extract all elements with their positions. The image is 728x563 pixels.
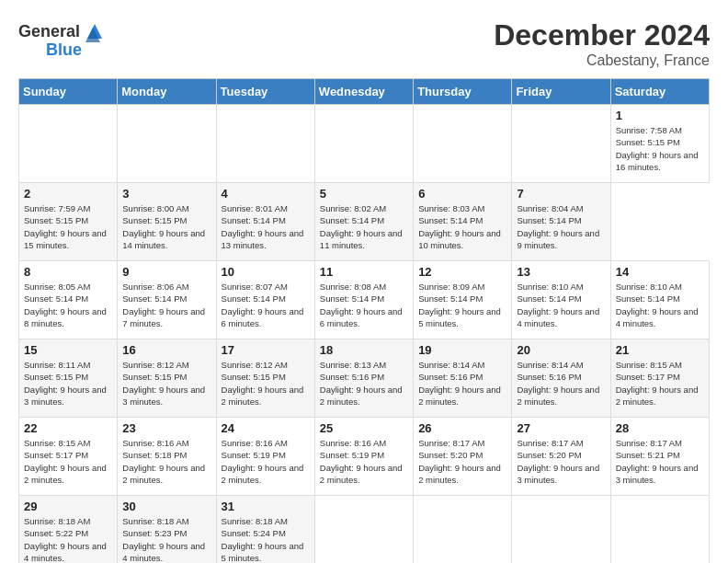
day-detail: Sunrise: 8:16 AMSunset: 5:19 PMDaylight:…: [222, 438, 304, 485]
empty-cell: [512, 105, 610, 183]
day-detail: Sunrise: 8:13 AMSunset: 5:16 PMDaylight:…: [320, 360, 403, 407]
day-detail: Sunrise: 8:15 AMSunset: 5:17 PMDaylight:…: [616, 360, 699, 407]
day-cell-6: 6 Sunrise: 8:03 AMSunset: 5:14 PMDayligh…: [414, 183, 512, 261]
day-number: 11: [320, 265, 408, 279]
day-number: 1: [616, 109, 704, 122]
day-number: 27: [517, 421, 605, 435]
day-detail: Sunrise: 8:01 AMSunset: 5:14 PMDaylight:…: [222, 203, 304, 250]
day-number: 3: [122, 187, 210, 201]
day-number: 15: [24, 343, 112, 357]
empty-cell: [610, 496, 709, 564]
day-number: 20: [517, 343, 605, 357]
day-cell-18: 18 Sunrise: 8:13 AMSunset: 5:16 PMDaylig…: [314, 339, 413, 418]
day-detail: Sunrise: 8:03 AMSunset: 5:14 PMDaylight:…: [418, 203, 501, 250]
day-cell-7: 7 Sunrise: 8:04 AMSunset: 5:14 PMDayligh…: [512, 183, 610, 261]
day-cell-5: 5 Sunrise: 8:02 AMSunset: 5:14 PMDayligh…: [314, 183, 413, 261]
title-area: December 2024 Cabestany, France: [494, 18, 710, 69]
day-cell-28: 28 Sunrise: 8:17 AMSunset: 5:21 PMDaylig…: [610, 418, 709, 496]
day-detail: Sunrise: 8:08 AMSunset: 5:14 PMDaylight:…: [320, 282, 403, 328]
weekday-header-monday: Monday: [118, 79, 216, 105]
day-cell-31: 31 Sunrise: 8:18 AMSunset: 5:24 PMDaylig…: [216, 496, 314, 564]
weekday-header-row: SundayMondayTuesdayWednesdayThursdayFrid…: [19, 79, 710, 105]
weekday-header-wednesday: Wednesday: [314, 79, 413, 105]
day-number: 30: [122, 500, 210, 513]
day-cell-20: 20 Sunrise: 8:14 AMSunset: 5:16 PMDaylig…: [512, 339, 610, 418]
day-cell-23: 23 Sunrise: 8:16 AMSunset: 5:18 PMDaylig…: [118, 418, 216, 496]
empty-cell: [19, 105, 118, 183]
day-number: 5: [320, 187, 408, 201]
weekday-header-thursday: Thursday: [414, 79, 512, 105]
day-cell-3: 3 Sunrise: 8:00 AMSunset: 5:15 PMDayligh…: [118, 183, 216, 261]
day-cell-2: 2 Sunrise: 7:59 AMSunset: 5:15 PMDayligh…: [19, 183, 118, 261]
day-detail: Sunrise: 8:14 AMSunset: 5:16 PMDaylight:…: [517, 360, 599, 407]
day-number: 13: [517, 265, 605, 279]
logo-text-general: General: [18, 22, 80, 41]
day-cell-1: 1 Sunrise: 7:58 AMSunset: 5:15 PMDayligh…: [610, 105, 709, 183]
empty-cell: [216, 105, 314, 183]
location-title: Cabestany, France: [494, 52, 710, 69]
day-detail: Sunrise: 8:10 AMSunset: 5:14 PMDaylight:…: [616, 282, 699, 328]
weekday-header-tuesday: Tuesday: [216, 79, 314, 105]
day-cell-13: 13 Sunrise: 8:10 AMSunset: 5:14 PMDaylig…: [512, 261, 610, 339]
week-row-6: 29 Sunrise: 8:18 AMSunset: 5:22 PMDaylig…: [19, 496, 710, 564]
day-cell-10: 10 Sunrise: 8:07 AMSunset: 5:14 PMDaylig…: [216, 261, 314, 339]
day-cell-26: 26 Sunrise: 8:17 AMSunset: 5:20 PMDaylig…: [414, 418, 512, 496]
day-cell-8: 8 Sunrise: 8:05 AMSunset: 5:14 PMDayligh…: [19, 261, 118, 339]
header: General Blue December 2024 Cabestany, Fr…: [18, 18, 710, 69]
logo-text-blue: Blue: [46, 40, 82, 59]
day-detail: Sunrise: 8:06 AMSunset: 5:14 PMDaylight:…: [122, 282, 205, 328]
day-cell-29: 29 Sunrise: 8:18 AMSunset: 5:22 PMDaylig…: [19, 496, 118, 564]
day-cell-12: 12 Sunrise: 8:09 AMSunset: 5:14 PMDaylig…: [414, 261, 512, 339]
day-number: 10: [222, 265, 310, 279]
empty-cell: [414, 496, 512, 564]
day-detail: Sunrise: 8:17 AMSunset: 5:20 PMDaylight:…: [517, 438, 599, 485]
empty-cell: [314, 496, 413, 564]
empty-cell: [512, 496, 610, 564]
day-detail: Sunrise: 8:16 AMSunset: 5:18 PMDaylight:…: [122, 438, 205, 485]
logo-icon: [82, 18, 108, 44]
day-number: 16: [122, 343, 210, 357]
weekday-header-sunday: Sunday: [19, 79, 118, 105]
day-number: 19: [418, 343, 506, 357]
day-cell-30: 30 Sunrise: 8:18 AMSunset: 5:23 PMDaylig…: [118, 496, 216, 564]
day-detail: Sunrise: 8:18 AMSunset: 5:22 PMDaylight:…: [24, 516, 107, 563]
day-detail: Sunrise: 8:17 AMSunset: 5:20 PMDaylight:…: [418, 438, 501, 485]
day-detail: Sunrise: 8:11 AMSunset: 5:15 PMDaylight:…: [24, 360, 107, 407]
day-cell-15: 15 Sunrise: 8:11 AMSunset: 5:15 PMDaylig…: [19, 339, 118, 418]
day-cell-17: 17 Sunrise: 8:12 AMSunset: 5:15 PMDaylig…: [216, 339, 314, 418]
month-title: December 2024: [494, 18, 710, 52]
day-detail: Sunrise: 8:15 AMSunset: 5:17 PMDaylight:…: [24, 438, 107, 485]
day-cell-9: 9 Sunrise: 8:06 AMSunset: 5:14 PMDayligh…: [118, 261, 216, 339]
day-detail: Sunrise: 8:09 AMSunset: 5:14 PMDaylight:…: [418, 282, 501, 328]
day-number: 4: [222, 187, 310, 201]
day-detail: Sunrise: 8:16 AMSunset: 5:19 PMDaylight:…: [320, 438, 403, 485]
day-cell-21: 21 Sunrise: 8:15 AMSunset: 5:17 PMDaylig…: [610, 339, 709, 418]
day-number: 31: [222, 500, 310, 513]
day-detail: Sunrise: 8:18 AMSunset: 5:24 PMDaylight:…: [222, 516, 304, 563]
empty-cell: [314, 105, 413, 183]
day-detail: Sunrise: 7:59 AMSunset: 5:15 PMDaylight:…: [24, 203, 107, 250]
day-number: 25: [320, 421, 408, 435]
week-row-4: 15 Sunrise: 8:11 AMSunset: 5:15 PMDaylig…: [19, 339, 710, 418]
day-number: 18: [320, 343, 408, 357]
calendar-table: SundayMondayTuesdayWednesdayThursdayFrid…: [18, 78, 710, 563]
day-cell-25: 25 Sunrise: 8:16 AMSunset: 5:19 PMDaylig…: [314, 418, 413, 496]
empty-cell: [118, 105, 216, 183]
day-cell-22: 22 Sunrise: 8:15 AMSunset: 5:17 PMDaylig…: [19, 418, 118, 496]
day-number: 23: [122, 421, 210, 435]
day-detail: Sunrise: 8:00 AMSunset: 5:15 PMDaylight:…: [122, 203, 205, 250]
day-detail: Sunrise: 8:12 AMSunset: 5:15 PMDaylight:…: [222, 360, 304, 407]
day-number: 22: [24, 421, 112, 435]
empty-cell: [414, 105, 512, 183]
day-cell-4: 4 Sunrise: 8:01 AMSunset: 5:14 PMDayligh…: [216, 183, 314, 261]
day-cell-14: 14 Sunrise: 8:10 AMSunset: 5:14 PMDaylig…: [610, 261, 709, 339]
week-row-2: 2 Sunrise: 7:59 AMSunset: 5:15 PMDayligh…: [19, 183, 710, 261]
week-row-1: 1 Sunrise: 7:58 AMSunset: 5:15 PMDayligh…: [19, 105, 710, 183]
day-cell-19: 19 Sunrise: 8:14 AMSunset: 5:16 PMDaylig…: [414, 339, 512, 418]
day-detail: Sunrise: 8:07 AMSunset: 5:14 PMDaylight:…: [222, 282, 304, 328]
day-cell-11: 11 Sunrise: 8:08 AMSunset: 5:14 PMDaylig…: [314, 261, 413, 339]
day-number: 17: [222, 343, 310, 357]
day-number: 7: [517, 187, 605, 201]
day-number: 2: [24, 187, 112, 201]
day-detail: Sunrise: 8:12 AMSunset: 5:15 PMDaylight:…: [122, 360, 205, 407]
